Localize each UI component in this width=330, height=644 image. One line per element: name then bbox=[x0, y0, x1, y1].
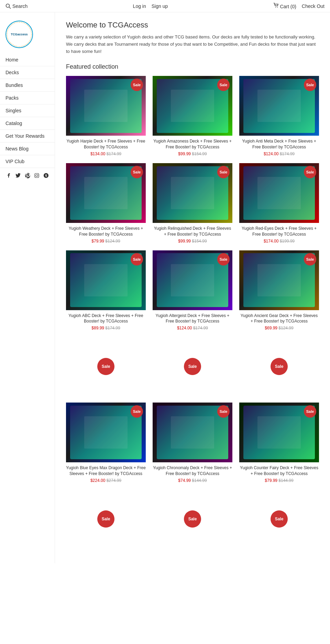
product-image-1: Sale bbox=[153, 76, 232, 136]
product-card-9[interactable]: SaleYugioh Blue Eyes Max Dragon Deck + F… bbox=[66, 403, 146, 483]
nav-rewards[interactable]: Get Your Rewards bbox=[0, 130, 55, 143]
price-sale-1: $99.99 bbox=[178, 151, 192, 156]
price-sale-8: $69.99 bbox=[265, 326, 278, 330]
product-image-7: Sale bbox=[153, 250, 232, 310]
price-original-9: $274.99 bbox=[107, 478, 121, 483]
product-card-7[interactable]: SaleYugioh Altergeist Deck + Free Sleeve… bbox=[153, 250, 232, 331]
product-name-6: Yugioh ABC Deck + Free Sleeves + Free Bo… bbox=[66, 313, 146, 325]
price-original-7: $174.99 bbox=[193, 326, 208, 330]
top-bar-left: Search bbox=[6, 3, 28, 9]
product-prices-10: $74.99 $144.99 bbox=[153, 478, 232, 483]
nav-bundles[interactable]: Bundles bbox=[0, 79, 55, 92]
top-bar-center: Log in Sign up bbox=[133, 3, 168, 9]
nav-decks[interactable]: Decks bbox=[0, 66, 55, 79]
sale-badge-5: Sale bbox=[304, 166, 316, 178]
product-prices-11: $79.99 $144.99 bbox=[239, 478, 319, 483]
product-image-6: Sale bbox=[66, 250, 146, 310]
nav-packs[interactable]: Packs bbox=[0, 92, 55, 104]
sale-badge-row2-0: Sale bbox=[97, 510, 114, 528]
nav-catalog[interactable]: Catalog bbox=[0, 117, 55, 130]
welcome-description: We carry a variety selection of Yugioh d… bbox=[66, 34, 319, 55]
logo: TCGaccess bbox=[6, 21, 33, 48]
product-card-4[interactable]: SaleYugioh Relinquished Deck + Free Slee… bbox=[153, 163, 232, 244]
content: Welcome to TCGAccess We carry a variety … bbox=[55, 12, 330, 563]
login-link[interactable]: Log in bbox=[133, 3, 146, 9]
sale-badge-row1-2: Sale bbox=[271, 358, 288, 375]
product-name-2: Yugioh Anti Meta Deck + Free Sleeves + F… bbox=[239, 138, 319, 150]
product-card-10[interactable]: SaleYugioh Chronomaly Deck + Free Sleeve… bbox=[153, 403, 232, 483]
sale-badge-3: Sale bbox=[131, 166, 143, 178]
product-name-4: Yugioh Relinquished Deck + Free Sleeves … bbox=[153, 226, 232, 237]
price-sale-4: $99.99 bbox=[178, 239, 192, 244]
sale-row1: SaleSaleSale bbox=[66, 337, 319, 396]
svg-point-3 bbox=[277, 7, 278, 8]
price-original-4: $154.99 bbox=[192, 239, 207, 244]
product-name-7: Yugioh Altergeist Deck + Free Sleeves + … bbox=[153, 313, 232, 325]
top-bar-right: Cart (0) Check Out bbox=[273, 3, 324, 9]
checkout-link[interactable]: Check Out bbox=[302, 3, 324, 9]
facebook-icon[interactable] bbox=[6, 172, 12, 179]
pinterest-icon[interactable] bbox=[24, 172, 31, 179]
price-original-11: $144.99 bbox=[278, 478, 293, 483]
product-prices-4: $99.99 $154.99 bbox=[153, 239, 232, 244]
product-prices-5: $174.00 $199.99 bbox=[239, 239, 319, 244]
sale-badge-row1-0: Sale bbox=[97, 358, 114, 375]
product-grid-row1: SaleYugioh Harpie Deck + Free Sleeves + … bbox=[66, 76, 319, 156]
product-card-6[interactable]: SaleYugioh ABC Deck + Free Sleeves + Fre… bbox=[66, 250, 146, 331]
product-card-2[interactable]: SaleYugioh Anti Meta Deck + Free Sleeves… bbox=[239, 76, 319, 156]
sale-badge-10: Sale bbox=[217, 405, 230, 418]
price-original-10: $144.99 bbox=[192, 478, 207, 483]
product-name-8: Yugioh Ancient Gear Deck + Free Sleeves … bbox=[239, 313, 319, 325]
welcome-title: Welcome to TCGAccess bbox=[66, 21, 319, 30]
sale-badge-11: Sale bbox=[304, 405, 316, 418]
price-original-8: $124.99 bbox=[278, 326, 293, 330]
product-image-9: Sale bbox=[66, 403, 146, 462]
product-prices-1: $99.99 $154.99 bbox=[153, 151, 232, 156]
price-sale-9: $224.00 bbox=[90, 478, 107, 483]
sale-placeholder-0: Sale bbox=[66, 337, 146, 396]
product-image-8: Sale bbox=[239, 250, 319, 310]
product-card-1[interactable]: SaleYugioh Amazoness Deck + Free Sleeves… bbox=[153, 76, 232, 156]
sale-badge-7: Sale bbox=[217, 253, 230, 265]
tumblr-icon[interactable] bbox=[43, 172, 49, 179]
sidebar: TCGaccess Home Decks Bundles Packs Singl… bbox=[0, 12, 55, 563]
product-card-0[interactable]: SaleYugioh Harpie Deck + Free Sleeves + … bbox=[66, 76, 146, 156]
product-name-11: Yugioh Counter Fairy Deck + Free Sleeves… bbox=[239, 465, 319, 477]
instagram-icon[interactable] bbox=[33, 172, 40, 179]
sale-badge-row2-1: Sale bbox=[184, 510, 201, 528]
twitter-icon[interactable] bbox=[15, 172, 21, 179]
nav-blog[interactable]: News Blog bbox=[0, 143, 55, 155]
product-card-11[interactable]: SaleYugioh Counter Fairy Deck + Free Sle… bbox=[239, 403, 319, 483]
nav-vip[interactable]: VIP Club bbox=[0, 155, 55, 168]
nav-singles[interactable]: Singles bbox=[0, 104, 55, 117]
price-original-3: $124.99 bbox=[105, 239, 120, 244]
logo-wrap: TCGaccess bbox=[0, 18, 55, 54]
product-card-3[interactable]: SaleYugioh Weathery Deck + Free Sleeves … bbox=[66, 163, 146, 244]
product-image-11: Sale bbox=[239, 403, 319, 462]
sale-placeholder-row2-0: Sale bbox=[66, 490, 146, 548]
nav-home[interactable]: Home bbox=[0, 54, 55, 66]
sale-placeholder-2: Sale bbox=[239, 337, 319, 396]
sale-badge-9: Sale bbox=[131, 405, 143, 418]
svg-rect-4 bbox=[35, 173, 39, 178]
sale-badge-8: Sale bbox=[304, 253, 316, 265]
product-image-0: Sale bbox=[66, 76, 146, 136]
product-name-9: Yugioh Blue Eyes Max Dragon Deck + Free … bbox=[66, 465, 146, 477]
social-icons bbox=[0, 168, 55, 183]
product-grid-row2: SaleYugioh Weathery Deck + Free Sleeves … bbox=[66, 163, 319, 244]
sale-row2: SaleSaleSale bbox=[66, 490, 319, 548]
product-prices-7: $124.00 $174.99 bbox=[153, 326, 232, 330]
product-card-5[interactable]: SaleYugioh Red-Eyes Deck + Free Sleeves … bbox=[239, 163, 319, 244]
cart-link[interactable]: Cart (0) bbox=[273, 3, 296, 9]
price-sale-7: $124.00 bbox=[177, 326, 193, 330]
sale-placeholder-row2-2: Sale bbox=[239, 490, 319, 548]
product-image-4: Sale bbox=[153, 163, 232, 223]
signup-link[interactable]: Sign up bbox=[152, 3, 168, 9]
sale-badge-4: Sale bbox=[217, 166, 230, 178]
price-sale-5: $174.00 bbox=[264, 239, 280, 244]
product-card-8[interactable]: SaleYugioh Ancient Gear Deck + Free Slee… bbox=[239, 250, 319, 331]
svg-line-1 bbox=[9, 7, 11, 9]
product-grid-row4: SaleYugioh Blue Eyes Max Dragon Deck + F… bbox=[66, 403, 319, 483]
product-name-0: Yugioh Harpie Deck + Free Sleeves + Free… bbox=[66, 138, 146, 150]
search-button[interactable]: Search bbox=[6, 3, 28, 9]
